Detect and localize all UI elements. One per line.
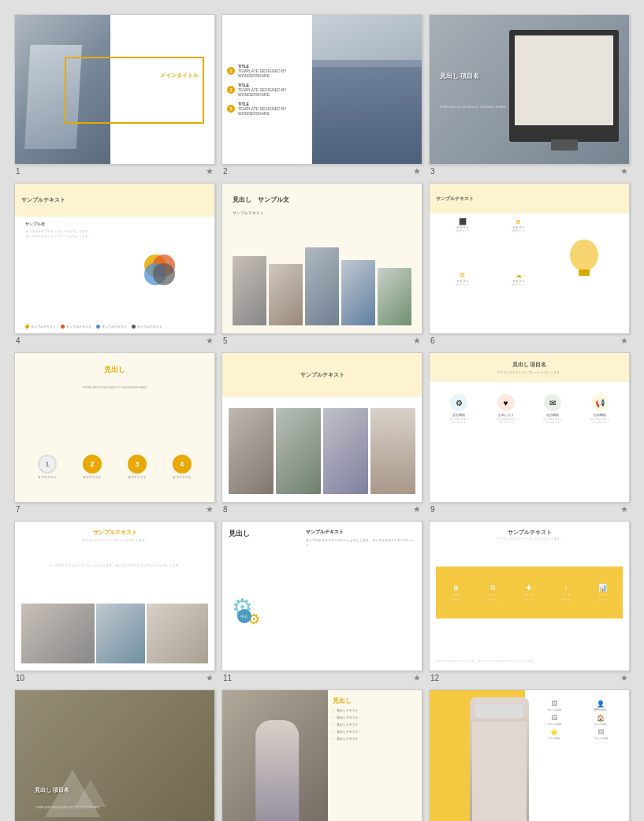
slide-10[interactable]: サンプルテキスト アイコンテキストテンプレートよろしくます。 サンプルテキストテ…: [14, 521, 215, 671]
slide-6-title: サンプルテキスト: [436, 195, 474, 202]
slide-15[interactable]: 🖼アルバム写真 👤APP 利用者 🖼アルバム写真 🏠ホムペ写真 ⭐スタム写真 🖼…: [429, 689, 630, 821]
slide-wrapper-14: 見出し ›見出しテキスト ›見出しテキスト ›見出しテキスト ›見出しテキスト …: [221, 689, 423, 821]
slide-12-title-area: サンプルテキスト アイコンテキストテンプレートよろしくます。: [430, 529, 629, 541]
slide-4-header-title: サンプルテキスト: [21, 196, 65, 204]
slide-10-subtitle: アイコンテキストテンプレートよろしくます。: [15, 538, 214, 542]
slide-10-title-area: サンプルテキスト アイコンテキストテンプレートよろしくます。: [15, 529, 214, 542]
slide-number-6: 6: [430, 336, 435, 345]
slide-9[interactable]: 見出し 項目名 アイコンテキストテンプレートよろしくます。 ⚙ 設定機能 サンプ…: [429, 352, 630, 503]
slide-footer-2: 2 ★: [221, 165, 423, 176]
slide-wrapper-11: 見出し ⚙ ⚙ 中心 サンプルテキスト サンプルテキストテンプレートよろしくます…: [221, 521, 423, 683]
slide-5[interactable]: 見出し サンプル文 サンプルテキスト: [221, 183, 423, 333]
slide-13-subtitle: TEMPLATE DESIGNED BY WONDERSHARE: [35, 805, 99, 809]
slide-12-title: サンプルテキスト: [430, 529, 629, 537]
slide-11-right: サンプルテキスト サンプルテキストテンプレートよろしくます。サンプルテキストテン…: [306, 529, 415, 548]
star-icon-1[interactable]: ★: [206, 166, 214, 176]
slide-10-images: [21, 604, 209, 663]
slide-1-box: [65, 57, 204, 124]
svg-rect-5: [579, 269, 590, 273]
slide-4-header: サンプルテキスト: [15, 184, 214, 217]
slide-10-title: サンプルテキスト: [15, 529, 214, 537]
slide-12[interactable]: サンプルテキスト アイコンテキストテンプレートよろしくます。 🖥ア～プテキスト …: [429, 521, 630, 671]
slide-footer-5: 5 ★: [221, 334, 423, 346]
slide-4-left-text: サンプル社 サンプルテキストテンプレートよろしくます。サンプルテキストテンプレー…: [25, 221, 95, 240]
slide-8[interactable]: サンプルテキスト: [221, 352, 423, 503]
slide-5-subtitle: サンプルテキスト: [233, 210, 264, 215]
slide-footer-3: 3 ★: [429, 165, 630, 176]
slide-4-chain: [115, 221, 205, 318]
slide-wrapper-2: 1 TITLE TEMPLATE DESIGNED BY WONDERSHARE…: [221, 14, 423, 176]
slide-8-header: サンプルテキスト: [222, 353, 422, 398]
slide-12-subtitle: アイコンテキストテンプレートよろしくます。: [430, 537, 629, 541]
slide-5-photos: [233, 243, 412, 325]
slide-4[interactable]: サンプルテキスト サンプル社 サンプルテキストテンプレートよろしくます。サンプル…: [14, 183, 215, 333]
slide-number-12: 12: [430, 674, 439, 682]
slide-footer-6: 6 ★: [429, 334, 630, 346]
slides-grid: メインタイトル 1 ★ 1 TITLE TEMPLATE DESIGNED BY…: [8, 8, 636, 821]
slide-9-icons: ⚙ 設定機能 サンプルテキストテンプレート ♥ お気に入り サンプルテキストテン…: [436, 394, 624, 425]
slide-wrapper-13: 見出し 項目名 TEMPLATE DESIGNED BY WONDERSHARE…: [14, 689, 215, 821]
slide-number-2: 2: [223, 167, 228, 176]
slide-11-left: 見出し: [229, 529, 304, 539]
slide-11-right-title: サンプルテキスト: [306, 529, 415, 536]
slide-number-5: 5: [223, 336, 228, 345]
star-icon-11[interactable]: ★: [413, 673, 421, 683]
slide-13[interactable]: 見出し 項目名 TEMPLATE DESIGNED BY WONDERSHARE: [14, 689, 215, 821]
slide-3-subtitle: TEMPLATE DE SIGNED BY WONDER SHARE: [440, 105, 507, 109]
slide-15-apps: 🖼アルバム写真 👤APP 利用者 🖼アルバム写真 🏠ホムペ写真 ⭐スタム写真 🖼…: [530, 697, 625, 743]
svg-point-4: [570, 240, 598, 271]
slide-7-steps: 1 サブテクスト 2 サブテクスト 3 サブテクスト 4 サブテクスト: [25, 455, 205, 479]
slide-wrapper-6: サンプルテキスト ⬛テキスト説明テキスト ⊕テキスト説明テキスト ⚙テキスト説明…: [429, 183, 630, 345]
slide-9-title: 見出し 項目名: [512, 361, 547, 369]
slide-2-item-1: 1 TITLE TEMPLATE DESIGNED BY WONDERSHARE: [227, 64, 313, 78]
star-icon-3[interactable]: ★: [620, 166, 628, 176]
slide-number-3: 3: [430, 167, 435, 176]
star-icon-10[interactable]: ★: [206, 673, 214, 683]
slide-14-photo: [222, 690, 332, 821]
slide-3[interactable]: 見出し 項目名 TEMPLATE DE SIGNED BY WONDER SHA…: [429, 14, 630, 165]
slide-1[interactable]: メインタイトル: [14, 14, 215, 165]
slide-wrapper-5: 見出し サンプル文 サンプルテキスト 5 ★: [221, 183, 423, 345]
slide-2-image: [312, 15, 422, 164]
star-icon-7[interactable]: ★: [206, 504, 214, 515]
slide-9-sub: アイコンテキストテンプレートよろしくます。: [497, 370, 563, 374]
slide-2[interactable]: 1 TITLE TEMPLATE DESIGNED BY WONDERSHARE…: [221, 14, 423, 165]
slide-number-8: 8: [223, 505, 228, 514]
slide-8-images: [229, 408, 416, 495]
slide-footer-7: 7 ★: [14, 503, 215, 515]
slide-11[interactable]: 見出し ⚙ ⚙ 中心 サンプルテキスト サンプルテキストテンプレートよろしくます…: [221, 521, 423, 671]
star-icon-4[interactable]: ★: [206, 336, 214, 346]
slide-wrapper-1: メインタイトル 1 ★: [14, 14, 215, 176]
slide-7-title: 見出し: [15, 365, 214, 375]
slide-2-item-2: 2 TITLE TEMPLATE DESIGNED BY WONDERSHARE: [227, 83, 313, 97]
star-icon-2[interactable]: ★: [413, 166, 421, 176]
slide-11-gears: ⚙ ⚙ 中心: [229, 567, 304, 656]
slide-14[interactable]: 見出し ›見出しテキスト ›見出しテキスト ›見出しテキスト ›見出しテキスト …: [221, 689, 423, 821]
star-icon-12[interactable]: ★: [620, 673, 628, 683]
slide-5-title: 見出し サンプル文: [233, 195, 289, 204]
slide-13-title: 見出し 項目名: [35, 786, 69, 794]
slide-number-10: 10: [16, 674, 24, 682]
slide-footer-4: 4 ★: [14, 334, 215, 346]
slide-wrapper-12: サンプルテキスト アイコンテキストテンプレートよろしくます。 🖥ア～プテキスト …: [429, 521, 630, 683]
star-icon-8[interactable]: ★: [413, 504, 421, 515]
slide-6-grid: ⬛テキスト説明テキスト ⊕テキスト説明テキスト ⚙テキスト説明テキスト ☁テキス…: [436, 217, 545, 321]
star-icon-6[interactable]: ★: [620, 336, 628, 346]
slide-number-7: 7: [16, 505, 20, 514]
slide-13-triangle2: [75, 779, 106, 807]
slide-6[interactable]: サンプルテキスト ⬛テキスト説明テキスト ⊕テキスト説明テキスト ⚙テキスト説明…: [429, 183, 630, 333]
star-icon-5[interactable]: ★: [413, 336, 421, 346]
slide-footer-11: 11 ★: [221, 671, 423, 683]
slide-number-9: 9: [430, 505, 435, 514]
slide-14-right: 見出し ›見出しテキスト ›見出しテキスト ›見出しテキスト ›見出しテキスト …: [328, 690, 422, 821]
slide-wrapper-3: 見出し 項目名 TEMPLATE DE SIGNED BY WONDER SHA…: [429, 14, 630, 176]
slide-7[interactable]: 見出し TEMPLATE DESIGNED BY WONDERSHARE 1 サ…: [14, 352, 215, 503]
slide-wrapper-8: サンプルテキスト 8 ★: [221, 352, 423, 515]
slide-7-subtitle: TEMPLATE DESIGNED BY WONDERSHARE: [15, 385, 214, 389]
slide-11-title: 見出し: [229, 529, 304, 539]
slide-footer-10: 10 ★: [14, 671, 215, 683]
slide-wrapper-10: サンプルテキスト アイコンテキストテンプレートよろしくます。 サンプルテキストテ…: [14, 521, 215, 683]
star-icon-9[interactable]: ★: [620, 504, 628, 515]
slide-9-header: 見出し 項目名 アイコンテキストテンプレートよろしくます。: [430, 353, 629, 383]
slide-wrapper-9: 見出し 項目名 アイコンテキストテンプレートよろしくます。 ⚙ 設定機能 サンプ…: [429, 352, 630, 515]
